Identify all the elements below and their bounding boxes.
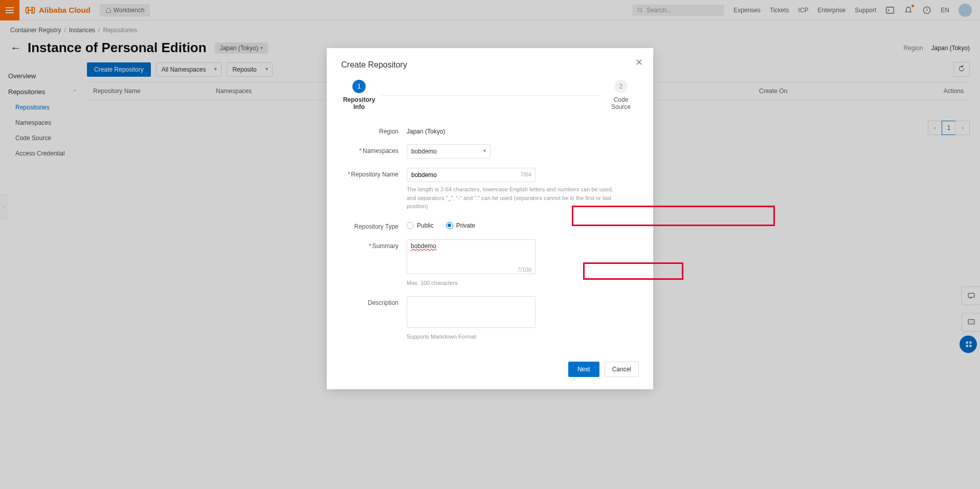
namespace-dropdown[interactable]: bobdemo: [407, 144, 491, 159]
step-indicator: 1 Repository Info 2 Code Source: [341, 80, 639, 110]
label-region: Region: [341, 125, 407, 135]
label-namespaces: Namespaces: [363, 147, 398, 154]
modal-title: Create Repository: [341, 60, 639, 70]
step-1-circle: 1: [352, 80, 366, 93]
step-1-label: Repository Info: [341, 96, 377, 110]
modal-close-button[interactable]: ✕: [634, 57, 644, 68]
create-repository-modal: Create Repository ✕ 1 Repository Info 2 …: [327, 48, 653, 161]
step-2-label: Code Source: [603, 96, 639, 110]
step-2-circle: 2: [614, 80, 628, 93]
namespace-dropdown-value: bobdemo: [411, 148, 437, 155]
value-region: Japan (Tokyo): [407, 125, 639, 135]
